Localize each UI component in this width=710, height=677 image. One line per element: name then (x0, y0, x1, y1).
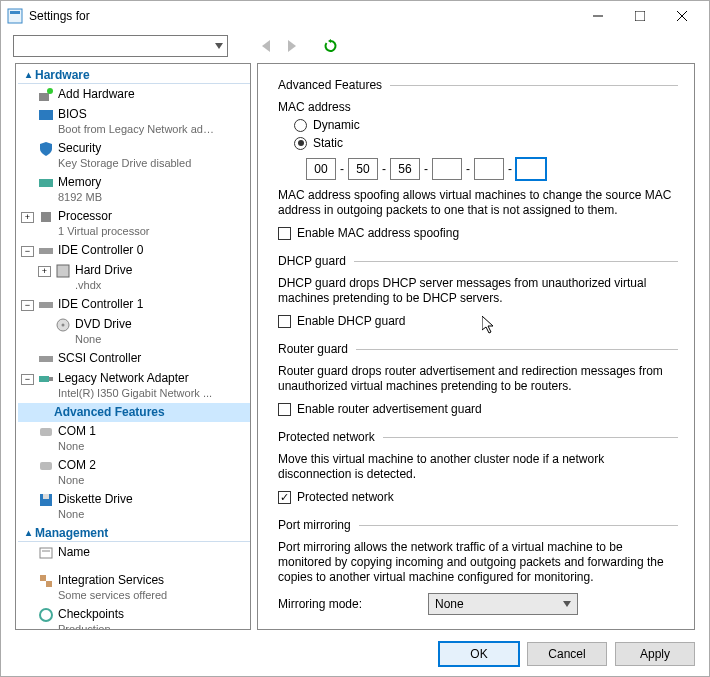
section-hardware[interactable]: ▴Hardware (18, 66, 250, 84)
svg-rect-15 (39, 248, 53, 254)
expand-icon[interactable]: + (38, 266, 51, 277)
name-icon (38, 545, 54, 561)
svg-point-19 (62, 324, 65, 327)
tree-checkpoints[interactable]: CheckpointsProduction (18, 605, 250, 629)
mirroring-mode-dropdown[interactable]: None (428, 593, 578, 615)
enable-router-guard-checkbox[interactable]: Enable router advertisement guard (278, 402, 678, 416)
mac-octet-2[interactable]: 56 (390, 158, 420, 180)
mac-dynamic-radio[interactable]: Dynamic (294, 118, 678, 132)
tree-ide1[interactable]: −IDE Controller 1 (18, 295, 250, 315)
svg-rect-3 (635, 11, 645, 21)
tree-ide0[interactable]: −IDE Controller 0 (18, 241, 250, 261)
tree-advanced-features[interactable]: Advanced Features (18, 403, 250, 422)
svg-point-31 (40, 609, 52, 621)
vm-selector-dropdown[interactable] (13, 35, 228, 57)
checkbox-icon (278, 403, 291, 416)
ok-button[interactable]: OK (439, 642, 519, 666)
tree-legacy-network-adapter[interactable]: −Legacy Network AdapterIntel(R) I350 Gig… (18, 369, 250, 403)
serial-port-icon (38, 424, 54, 440)
dvd-icon (55, 317, 71, 333)
mac-spoofing-description: MAC address spoofing allows virtual mach… (278, 188, 678, 218)
collapse-icon[interactable]: − (21, 374, 34, 385)
mac-octet-3[interactable] (432, 158, 462, 180)
chevron-down-icon (215, 42, 223, 50)
dhcp-guard-description: DHCP guard drops DHCP server messages fr… (278, 276, 678, 306)
tree-name[interactable]: Name (18, 543, 250, 563)
protected-network-description: Move this virtual machine to another clu… (278, 452, 678, 482)
controller-icon (38, 243, 54, 259)
tree-dvd-drive[interactable]: DVD DriveNone (18, 315, 250, 349)
titlebar: Settings for (1, 1, 709, 31)
svg-rect-26 (43, 494, 49, 499)
expand-icon[interactable]: + (21, 212, 34, 223)
section-management[interactable]: ▴Management (18, 524, 250, 542)
collapse-icon[interactable]: − (21, 300, 34, 311)
tree-scsi[interactable]: SCSI Controller (18, 349, 250, 369)
minimize-button[interactable] (577, 2, 619, 30)
tree-memory[interactable]: Memory8192 MB (18, 173, 250, 207)
checkbox-icon (278, 227, 291, 240)
serial-port-icon (38, 458, 54, 474)
tree-bios[interactable]: BIOSBoot from Legacy Network ada... (18, 105, 250, 139)
mac-address-label: MAC address (278, 100, 678, 114)
radio-icon (294, 119, 307, 132)
svg-rect-29 (40, 575, 46, 581)
protected-network-checkbox[interactable]: Protected network (278, 490, 678, 504)
panel-title: Advanced Features (278, 78, 678, 92)
settings-tree: ▴Hardware Add Hardware BIOSBoot from Leg… (15, 63, 251, 630)
bios-icon (38, 107, 54, 123)
checkbox-icon (278, 491, 291, 504)
window-title: Settings for (29, 9, 577, 23)
svg-rect-10 (39, 93, 49, 101)
tree-integration-services[interactable]: Integration ServicesSome services offere… (18, 571, 250, 605)
mac-octet-1[interactable]: 50 (348, 158, 378, 180)
chevron-up-icon: ▴ (21, 527, 35, 538)
close-button[interactable] (661, 2, 703, 30)
chevron-down-icon (563, 600, 571, 608)
svg-rect-24 (40, 462, 52, 470)
settings-panel: Advanced Features MAC address Dynamic St… (257, 63, 695, 630)
apply-button[interactable]: Apply (615, 642, 695, 666)
processor-icon (38, 209, 54, 225)
svg-rect-20 (39, 356, 53, 362)
mirroring-mode-label: Mirroring mode: (278, 597, 428, 611)
svg-rect-1 (10, 11, 20, 14)
router-guard-description: Router guard drops router advertisement … (278, 364, 678, 394)
svg-point-11 (47, 88, 53, 94)
mac-static-radio[interactable]: Static (294, 136, 678, 150)
tree-hard-drive[interactable]: +Hard Drive.vhdx (18, 261, 250, 295)
mac-octet-4[interactable] (474, 158, 504, 180)
enable-mac-spoofing-checkbox[interactable]: Enable MAC address spoofing (278, 226, 678, 240)
settings-window: Settings for ▴Hardware Add Hardware BIOS… (0, 0, 710, 677)
svg-rect-17 (39, 302, 53, 308)
refresh-button[interactable] (320, 35, 342, 57)
nav-forward-button[interactable] (282, 35, 304, 57)
collapse-icon[interactable]: − (21, 246, 34, 257)
svg-marker-34 (563, 601, 571, 607)
mac-octet-5[interactable] (516, 158, 546, 180)
toolbar (1, 31, 709, 63)
tree-add-hardware[interactable]: Add Hardware (18, 85, 250, 105)
enable-dhcp-guard-checkbox[interactable]: Enable DHCP guard (278, 314, 678, 328)
protected-network-title: Protected network (278, 430, 678, 444)
svg-marker-8 (288, 40, 296, 52)
svg-marker-9 (328, 39, 331, 43)
svg-rect-23 (40, 428, 52, 436)
controller-icon (38, 351, 54, 367)
checkpoint-icon (38, 607, 54, 623)
tree-com1[interactable]: COM 1None (18, 422, 250, 456)
tree-com2[interactable]: COM 2None (18, 456, 250, 490)
svg-rect-16 (57, 265, 69, 277)
add-hardware-icon (38, 87, 54, 103)
tree-diskette[interactable]: Diskette DriveNone (18, 490, 250, 524)
cancel-button[interactable]: Cancel (527, 642, 607, 666)
svg-rect-21 (39, 376, 49, 382)
tree-security[interactable]: SecurityKey Storage Drive disabled (18, 139, 250, 173)
nav-back-button[interactable] (256, 35, 278, 57)
tree-processor[interactable]: +Processor1 Virtual processor (18, 207, 250, 241)
mac-octet-0[interactable]: 00 (306, 158, 336, 180)
svg-rect-14 (41, 212, 51, 222)
maximize-button[interactable] (619, 2, 661, 30)
svg-rect-12 (39, 110, 53, 120)
chevron-up-icon: ▴ (21, 69, 35, 80)
